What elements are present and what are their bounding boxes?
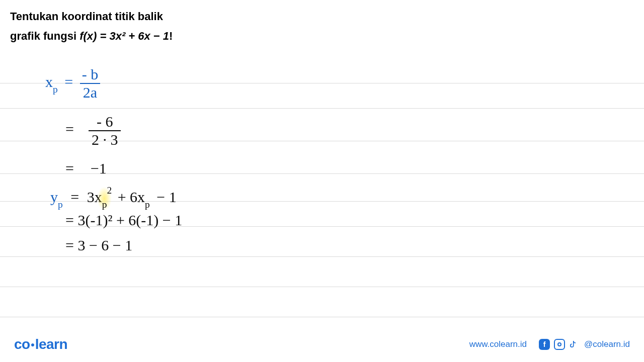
footer-right: www.colearn.id f @colearn.id [469,339,630,350]
question-line1: Tentukan koordinat titik balik [10,7,634,26]
question-suffix: ! [169,30,173,42]
logo-learn: learn [35,336,67,352]
equals: = [65,121,74,137]
denominator: 2 · 3 [89,130,121,147]
footer: co●learn www.colearn.id f @colearn.id [0,327,644,362]
logo-co: co [14,336,30,352]
rule-line [0,256,644,257]
equals: = [64,73,73,90]
handwriting-yp-substitute: = 3(-1)² + 6(-1) − 1 [65,213,182,228]
term-minus1: − 1 [156,189,176,205]
rule-line [0,317,644,317]
fraction-6-23: - 6 2 · 3 [89,114,121,147]
sub-p: p [58,199,63,210]
tiktok-icon [569,339,580,350]
var-y: y [50,189,58,205]
instagram-icon [554,339,565,350]
sub-p: p [145,199,150,210]
colearn-logo: co●learn [14,336,67,352]
fraction-b-2a: - b 2a [80,67,101,100]
logo-dot: ● [31,340,35,348]
handwriting-xp-formula: xp = - b 2a [45,67,100,100]
facebook-icon: f [539,339,550,350]
equals: = [65,160,74,176]
numerator: - 6 [95,114,115,130]
rule-line [0,108,644,109]
question-block: Tentukan koordinat titik balik grafik fu… [0,0,644,46]
handwriting-substitute: = - 6 2 · 3 [65,114,121,147]
notebook-paper: xp = - b 2a = - 6 2 · 3 = −1 yp = 3xp2 +… [0,58,644,332]
term-6xp: + 6xp [118,189,154,205]
numerator: - b [80,67,101,83]
var-x: x [45,73,53,90]
sub-p: p [102,199,107,210]
rule-line [0,287,644,287]
coef-6x: + 6x [118,189,145,205]
social-block: f @colearn.id [539,339,630,350]
handwriting-yp-simplify: = 3 − 6 − 1 [65,238,132,253]
footer-url: www.colearn.id [469,339,527,349]
equals: = [70,189,79,205]
question-fx: f(x) = 3x² + 6x − 1 [79,30,169,42]
denominator: 2a [80,83,100,100]
value-neg1: −1 [91,160,107,176]
question-prefix: grafik fungsi [10,30,79,42]
handwriting-xp-result: = −1 [65,161,107,176]
footer-handle: @colearn.id [584,339,630,349]
sub-p: p [53,84,58,95]
handwriting-yp-formula: yp = 3xp2 + 6xp − 1 [50,189,177,208]
term-3xp2: 3xp2 [87,189,116,205]
question-line2: grafik fungsi f(x) = 3x² + 6x − 1! [10,27,634,45]
sup-2: 2 [107,185,112,196]
